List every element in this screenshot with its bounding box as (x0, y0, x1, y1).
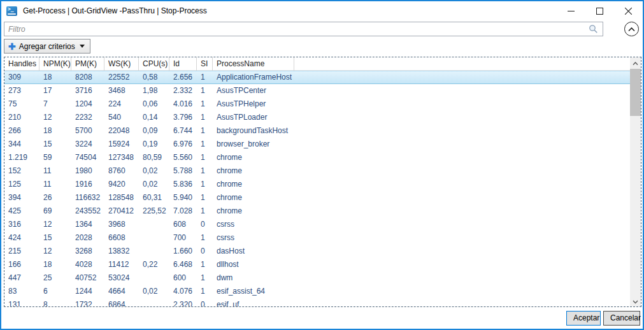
table-cell: chrome (213, 151, 294, 164)
table-cell: 53024 (104, 271, 139, 285)
table-cell: 424 (4, 231, 39, 245)
add-criteria-button[interactable]: ✚ Agregar criterios (4, 39, 90, 54)
table-cell-filler (294, 231, 630, 245)
scroll-down-button[interactable] (630, 296, 641, 306)
table-cell: 6608 (104, 231, 139, 245)
table-row[interactable]: 166184028114120,226.4681dllhost (4, 258, 630, 271)
table-row[interactable]: 42569243552270412225,527.0281chrome (4, 204, 630, 218)
table-row[interactable]: 3942611663212854860,315.9401chrome (4, 191, 630, 204)
table-cell: 4.076 (169, 285, 197, 298)
table-cell-filler (294, 97, 630, 111)
table-cell: 225,52 (139, 204, 169, 218)
table-cell: 75 (4, 97, 39, 111)
table-cell: 0,22 (139, 258, 169, 271)
table-cell: 0 (197, 218, 213, 231)
table-cell-filler (294, 151, 630, 164)
column-header-cpu-s-[interactable]: CPU(s) (139, 57, 169, 71)
table-cell: 1732 (71, 298, 104, 306)
collapse-filter-button[interactable] (624, 22, 639, 36)
table-cell: 18 (39, 258, 71, 271)
table-cell: 4664 (104, 285, 139, 298)
filter-input[interactable] (4, 22, 603, 36)
table-cell (139, 231, 169, 245)
table-row[interactable]: 836124446640,024.0761esif_assist_64 (4, 285, 630, 298)
cancel-button[interactable]: Cancelar (603, 311, 640, 326)
scrollbar-thumb[interactable] (630, 69, 641, 116)
table-cell: 540 (104, 111, 139, 124)
minimize-button[interactable] (557, 1, 585, 20)
table-cell-filler (294, 285, 630, 298)
table-row[interactable]: 27317371634681,982.3321AsusTPCenter (4, 84, 630, 97)
table-cell: 3224 (71, 138, 104, 151)
table-cell-filler (294, 71, 630, 83)
table-cell: 2.656 (169, 71, 197, 83)
column-header-ws-k-[interactable]: WS(K) (104, 57, 139, 71)
table-cell: 7.028 (169, 204, 197, 218)
grid-header: HandlesNPM(K)PM(K)WS(K)CPU(s)IdSIProcess… (4, 57, 630, 71)
table-cell: 700 (169, 231, 197, 245)
table-cell: 0,02 (139, 285, 169, 298)
table-row[interactable]: 1318173268642.3200esif_uf (4, 298, 630, 306)
out-gridview-window: >_ Get-Process | Out-GridView -PassThru … (0, 0, 644, 330)
vertical-scrollbar[interactable] (630, 57, 641, 306)
close-icon (625, 8, 632, 15)
table-cell: 15 (39, 138, 71, 151)
table-row[interactable]: 1.219597450412734880,595.5601chrome (4, 151, 630, 164)
maximize-button[interactable] (585, 1, 614, 20)
table-cell: 1 (197, 285, 213, 298)
table-cell: 1.219 (4, 151, 39, 164)
table-row[interactable]: 266185700220480,096.7441backgroundTaskHo… (4, 124, 630, 138)
table-row[interactable]: 4472540752530246001dwm (4, 271, 630, 285)
table-cell: 128548 (104, 191, 139, 204)
column-header-processname[interactable]: ProcessName (213, 57, 294, 71)
table-row[interactable]: 344153224159240,196.9761browser_broker (4, 138, 630, 151)
column-header-id[interactable]: Id (169, 57, 197, 71)
table-cell: 5.560 (169, 151, 197, 164)
table-cell: 13832 (104, 245, 139, 258)
table-row[interactable]: 12511191694200,025.8361chrome (4, 178, 630, 191)
table-cell: backgroundTaskHost (213, 124, 294, 138)
table-cell: 309 (4, 71, 39, 83)
table-cell: 1 (197, 151, 213, 164)
table-cell (139, 298, 169, 306)
table-row[interactable]: 15211198087600,025.7881chrome (4, 164, 630, 178)
table-row[interactable]: 31612136439686080csrss (4, 218, 630, 231)
table-cell: 125 (4, 178, 39, 191)
column-header-pm-k-[interactable]: PM(K) (71, 57, 104, 71)
table-cell-filler (294, 245, 630, 258)
table-cell-filler (294, 84, 630, 97)
table-row[interactable]: 42415202866087001csrss (4, 231, 630, 245)
table-cell: 5.836 (169, 178, 197, 191)
table-row[interactable]: 309188208225520,582.6561ApplicationFrame… (4, 71, 630, 84)
table-cell: 2232 (71, 111, 104, 124)
column-header-handles[interactable]: Handles (4, 57, 39, 71)
table-cell: 26 (39, 191, 71, 204)
scroll-up-button[interactable] (630, 57, 641, 68)
table-cell (139, 271, 169, 285)
table-cell: 273 (4, 84, 39, 97)
table-row[interactable]: 215123268138321.6600dasHost (4, 245, 630, 258)
table-cell: 12 (39, 111, 71, 124)
table-cell: 0,06 (139, 97, 169, 111)
table-cell: 270412 (104, 204, 139, 218)
table-row[interactable]: 75712042240,064.0161AsusTPHelper (4, 97, 630, 111)
cancel-button-label: Cancelar (610, 312, 641, 325)
accept-button[interactable]: Aceptar (566, 311, 601, 326)
table-row[interactable]: 2101222325400,143.7961AsusTPLoader (4, 111, 630, 124)
window-controls (557, 1, 643, 20)
table-cell: 3968 (104, 218, 139, 231)
accept-button-label: Aceptar (573, 312, 599, 325)
table-cell: 1 (197, 71, 213, 83)
table-cell: 8 (39, 298, 71, 306)
grid-body: 309188208225520,582.6561ApplicationFrame… (4, 71, 630, 306)
table-cell-filler (294, 271, 630, 285)
table-cell: 215 (4, 245, 39, 258)
table-cell-filler (294, 191, 630, 204)
close-button[interactable] (614, 1, 643, 20)
column-header-si[interactable]: SI (197, 57, 213, 71)
table-cell: AsusTPLoader (213, 111, 294, 124)
footer: Aceptar Cancelar (1, 307, 643, 329)
table-cell: esif_uf (213, 298, 294, 306)
column-header-npm-k-[interactable]: NPM(K) (39, 57, 71, 71)
table-cell: 1 (197, 231, 213, 245)
